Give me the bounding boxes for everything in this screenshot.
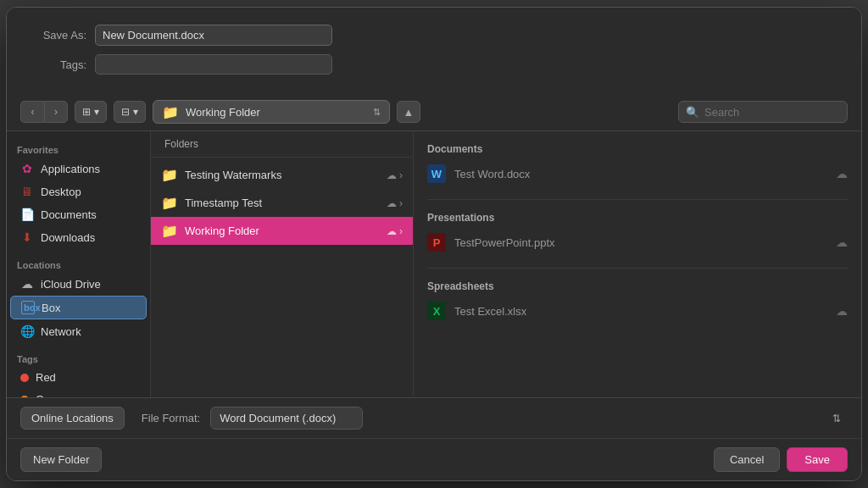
doc-item-ppt[interactable]: P TestPowerPoint.pptx ☁	[427, 229, 848, 256]
cloud-upload-button[interactable]: ☁ ›	[387, 197, 403, 209]
divider	[427, 268, 848, 269]
chevron-right-icon: ›	[399, 197, 403, 209]
sidebar-item-network[interactable]: 🌐 Network	[10, 320, 147, 342]
spreadsheets-section: Spreadsheets X Test Excel.xlsx ☁	[414, 272, 861, 333]
sidebar: Favorites ✿ Applications 🖥 Desktop 📄 Doc…	[7, 131, 151, 397]
presentations-section-header: Presentations	[427, 212, 848, 224]
sidebar-label-downloads: Downloads	[41, 231, 95, 244]
sidebar-item-icloud[interactable]: ☁ iCloud Drive	[10, 273, 147, 295]
save-button[interactable]: Save	[787, 447, 848, 472]
bottom-bar: Online Locations File Format: Word Docum…	[7, 397, 861, 438]
doc-item-word[interactable]: W Test Word.docx ☁	[427, 160, 848, 187]
columns-chevron-icon: ▾	[94, 106, 99, 118]
cloud-upload-button[interactable]: ☁ ›	[387, 169, 403, 181]
cloud-download-icon[interactable]: ☁	[836, 236, 848, 249]
search-icon: 🔍	[686, 106, 699, 119]
sidebar-item-desktop[interactable]: 🖥 Desktop	[10, 180, 147, 202]
expand-button[interactable]: ▲	[397, 101, 420, 123]
sidebar-label-desktop: Desktop	[41, 186, 81, 198]
dialog-main: Favorites ✿ Applications 🖥 Desktop 📄 Doc…	[7, 131, 861, 397]
desktop-icon: 🖥	[20, 185, 34, 198]
red-tag-dot	[20, 374, 29, 382]
cloud-upload-icon: ☁	[387, 169, 397, 181]
dialog-header: Save As: Tags:	[7, 8, 861, 93]
divider	[427, 199, 848, 200]
folder-name: Timestamp Test	[185, 197, 380, 209]
columns-view-button[interactable]: ⊞ ▾	[75, 101, 107, 123]
sidebar-label-icloud: iCloud Drive	[41, 278, 101, 291]
network-icon: 🌐	[20, 324, 34, 338]
chevron-right-icon: ›	[399, 169, 403, 181]
toolbar: ‹ › ⊞ ▾ ⊟ ▾ 📁 Working Folder ⇅ ▲ 🔍	[7, 93, 861, 131]
doc-name-ppt: TestPowerPoint.pptx	[454, 236, 827, 249]
online-locations-button[interactable]: Online Locations	[20, 407, 125, 430]
file-format-wrapper: Word Document (.docx)	[210, 407, 848, 430]
nav-buttons: ‹ ›	[20, 101, 68, 123]
location-dropdown[interactable]: 📁 Working Folder ⇅	[153, 100, 390, 124]
cancel-button[interactable]: Cancel	[714, 447, 780, 472]
grid-chevron-icon: ▾	[133, 106, 138, 118]
new-folder-button[interactable]: New Folder	[20, 447, 102, 472]
icloud-icon: ☁	[20, 277, 34, 291]
word-doc-icon: W	[427, 164, 446, 183]
sidebar-item-box[interactable]: box Box	[10, 296, 147, 319]
expand-icon: ▲	[403, 106, 415, 119]
ppt-doc-icon: P	[427, 233, 446, 252]
doc-name-excel: Test Excel.xlsx	[454, 305, 827, 318]
doc-name-word: Test Word.docx	[454, 168, 827, 180]
applications-icon: ✿	[20, 162, 34, 175]
sidebar-label-applications: Applications	[41, 163, 100, 175]
sidebar-label-box: Box	[42, 302, 60, 314]
forward-button[interactable]: ›	[44, 101, 68, 123]
sidebar-label-red: Red	[36, 371, 56, 384]
file-format-select[interactable]: Word Document (.docx)	[210, 407, 363, 430]
sidebar-item-downloads[interactable]: ⬇ Downloads	[10, 226, 147, 248]
sidebar-label-documents: Documents	[41, 208, 97, 221]
sidebar-item-orange[interactable]: Orange	[10, 389, 147, 397]
tags-label: Tags:	[27, 58, 86, 71]
folder-name: Testing Watermarks	[185, 169, 380, 181]
sidebar-item-applications[interactable]: ✿ Applications	[10, 158, 147, 180]
search-input[interactable]	[704, 106, 840, 119]
location-name: Working Folder	[186, 106, 366, 119]
dialog-actions: New Folder Cancel Save	[7, 438, 861, 480]
cloud-download-icon[interactable]: ☁	[836, 167, 848, 180]
save-as-label: Save As:	[27, 29, 86, 42]
folders-header: Folders	[151, 131, 413, 158]
downloads-icon: ⬇	[20, 230, 34, 244]
action-buttons: Cancel Save	[714, 447, 848, 472]
spreadsheets-section-header: Spreadsheets	[427, 280, 848, 292]
file-format-label: File Format:	[142, 412, 200, 424]
columns-icon: ⊞	[82, 106, 91, 118]
cloud-upload-button[interactable]: ☁ ›	[387, 225, 403, 237]
save-as-row: Save As:	[27, 25, 841, 46]
chevron-right-icon: ›	[399, 225, 403, 237]
folder-item-working-folder[interactable]: 📁 Working Folder ☁ ›	[151, 217, 413, 245]
doc-item-excel[interactable]: X Test Excel.xlsx ☁	[427, 297, 848, 324]
sidebar-item-red[interactable]: Red	[10, 367, 147, 388]
documents-section: Documents W Test Word.docx ☁	[414, 135, 861, 196]
folder-item-timestamp-test[interactable]: 📁 Timestamp Test ☁ ›	[151, 189, 413, 217]
folder-name: Working Folder	[185, 225, 380, 237]
tags-section-label: Tags	[7, 349, 150, 366]
grid-icon: ⊟	[121, 106, 130, 118]
folder-icon-active: 📁	[161, 223, 178, 239]
cloud-download-icon[interactable]: ☁	[836, 304, 848, 318]
grid-view-button[interactable]: ⊟ ▾	[114, 101, 146, 123]
location-folder-icon: 📁	[162, 104, 179, 120]
favorites-section-label: Favorites	[7, 140, 150, 157]
folder-icon: 📁	[161, 195, 178, 211]
folder-item-testing-watermarks[interactable]: 📁 Testing Watermarks ☁ ›	[151, 161, 413, 189]
folder-list: 📁 Testing Watermarks ☁ › 📁 Timestamp Tes…	[151, 158, 413, 397]
folder-panel: Folders 📁 Testing Watermarks ☁ › 📁 Times…	[151, 131, 414, 397]
save-as-input[interactable]	[95, 25, 332, 46]
documents-section-header: Documents	[427, 143, 848, 155]
sidebar-item-documents[interactable]: 📄 Documents	[10, 203, 147, 225]
search-box[interactable]: 🔍	[678, 101, 848, 123]
tags-input[interactable]	[95, 54, 332, 75]
cloud-upload-icon: ☁	[387, 225, 397, 237]
presentations-section: Presentations P TestPowerPoint.pptx ☁	[414, 203, 861, 264]
box-icon: box	[21, 301, 35, 314]
back-button[interactable]: ‹	[20, 101, 44, 123]
documents-icon: 📄	[20, 208, 34, 221]
